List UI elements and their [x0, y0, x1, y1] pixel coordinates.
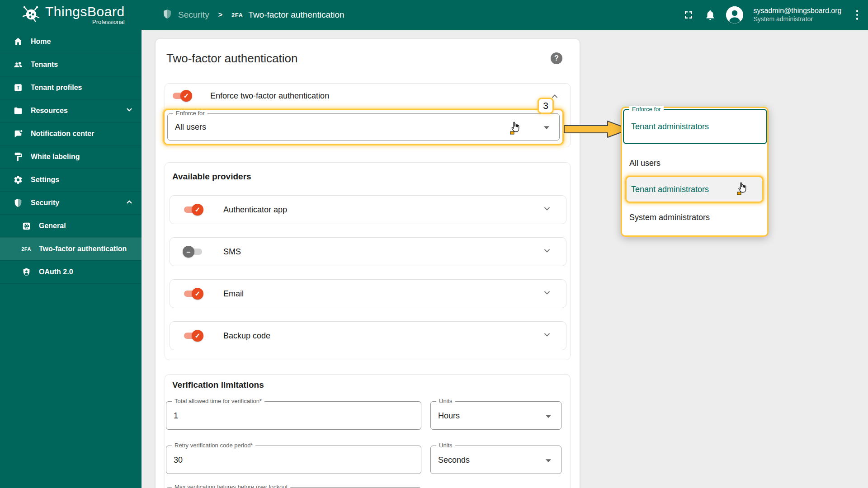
provider-label: Authenticator app	[223, 205, 287, 215]
svg-text:T: T	[17, 85, 20, 90]
expand-chevron-down-icon[interactable]	[542, 204, 552, 215]
paint-format-icon	[13, 151, 24, 162]
sidebar-item-tenant-profiles[interactable]: T Tenant profiles	[0, 76, 142, 99]
check-icon	[192, 204, 203, 216]
user-avatar[interactable]	[726, 6, 743, 23]
breadcrumb-current-page: Two-factor authentication	[248, 10, 344, 20]
shield-icon	[162, 9, 173, 21]
provider-label: Email	[223, 289, 244, 299]
logo-subtitle: Professional	[45, 19, 125, 25]
user-role: System administrator	[753, 15, 841, 23]
field-label: Total allowed time for verification*	[172, 398, 264, 404]
enforce-for-select[interactable]: Enforce for All users	[167, 113, 560, 141]
units-label: Units	[436, 398, 455, 404]
step-number-badge: 3	[538, 98, 554, 114]
total-time-units-select[interactable]: Units Hours	[430, 401, 561, 430]
dropdown-caret-icon	[544, 126, 549, 129]
breadcrumb-separator: >	[218, 11, 222, 19]
notification-center-icon	[13, 128, 24, 139]
2fa-icon: 2FA	[231, 12, 243, 19]
sidebar-item-notification-center[interactable]: Notification center	[0, 122, 142, 145]
enforce-2fa-toggle[interactable]	[171, 90, 192, 102]
overlay-field-value: Tenant administrators	[631, 122, 709, 131]
expand-chevron-down-icon[interactable]	[542, 246, 552, 257]
sidebar-item-settings[interactable]: Settings	[0, 168, 142, 191]
provider-row-sms: SMS	[170, 237, 566, 266]
units-value: Seconds	[438, 455, 470, 465]
top-header-bar: ThingsBoard Professional Security > 2FA …	[0, 0, 868, 30]
enforce-toggle-label: Enforce two-factor authentication	[210, 91, 329, 101]
annotation-highlight-box: Enforce for All users	[163, 109, 564, 145]
authenticator-app-toggle[interactable]	[183, 204, 203, 216]
more-options-kebab-icon[interactable]	[854, 8, 860, 22]
sidebar-item-label: White labeling	[31, 153, 80, 161]
chevron-up-icon[interactable]	[125, 198, 133, 208]
enforce-section: Enforce two-factor authentication Enforc…	[165, 83, 571, 147]
sidebar-item-label: Settings	[31, 176, 59, 184]
enforce-for-dropdown-overlay: Enforce for Tenant administrators All us…	[621, 107, 769, 237]
sidebar-item-label: OAuth 2.0	[39, 268, 73, 276]
overlay-enforce-for-select[interactable]: Enforce for Tenant administrators	[623, 109, 767, 144]
expand-chevron-down-icon[interactable]	[542, 330, 552, 341]
notifications-bell-icon[interactable]	[704, 9, 716, 21]
provider-row-authenticator-app: Authenticator app	[170, 195, 566, 224]
overlay-field-label: Enforce for	[629, 106, 664, 113]
folder-icon	[13, 105, 24, 116]
sidebar-item-security-general[interactable]: General	[0, 214, 142, 237]
field-value: 1	[174, 411, 178, 420]
sidebar-item-label: Tenant profiles	[31, 84, 82, 92]
provider-label: Backup code	[223, 331, 270, 341]
verification-heading: Verification limitations	[172, 380, 264, 390]
sidebar-item-label: General	[39, 222, 66, 230]
check-icon	[192, 330, 203, 342]
sidebar-item-resources[interactable]: Resources	[0, 99, 142, 122]
sidebar-item-label: Home	[31, 38, 51, 46]
gear-icon	[13, 174, 24, 185]
expand-chevron-down-icon[interactable]	[542, 288, 552, 299]
sidebar-item-white-labeling[interactable]: White labeling	[0, 145, 142, 168]
verification-section: Verification limitations Total allowed t…	[165, 374, 571, 488]
check-icon	[180, 90, 192, 102]
user-email: sysadmin@thingsboard.org	[753, 6, 841, 15]
sidebar-item-home[interactable]: Home	[0, 30, 142, 53]
retry-code-period-field[interactable]: Retry verification code period* 30	[166, 446, 421, 474]
two-factor-settings-card: Two-factor authentication ? Enforce two-…	[156, 39, 580, 488]
hand-cursor-icon	[737, 182, 749, 195]
option-system-administrators[interactable]: System administrators	[622, 206, 767, 228]
minus-icon	[183, 246, 194, 258]
main-content-area: Two-factor authentication ? Enforce two-…	[142, 30, 868, 488]
logo-title: ThingsBoard	[45, 4, 125, 19]
field-value: 30	[174, 455, 183, 465]
backup-code-toggle[interactable]	[183, 330, 203, 342]
email-toggle[interactable]	[183, 288, 203, 300]
provider-row-email: Email	[170, 279, 566, 308]
sidebar-item-tenants[interactable]: Tenants	[0, 53, 142, 76]
sidebar-nav: Home Tenants T Tenant profiles Resources	[0, 30, 142, 488]
breadcrumb: Security > 2FA Two-factor authentication	[162, 0, 344, 30]
sidebar-item-oauth[interactable]: OAuth 2.0	[0, 260, 142, 283]
option-all-users[interactable]: All users	[622, 152, 767, 174]
sidebar-item-label: Notification center	[31, 130, 94, 138]
sidebar-item-label: Two-factor authentication	[39, 245, 127, 253]
sidebar-item-two-factor-authentication[interactable]: 2FA Two-factor authentication	[0, 237, 142, 260]
units-label: Units	[436, 442, 455, 449]
sidebar-item-label: Resources	[31, 107, 68, 115]
total-allowed-time-field[interactable]: Total allowed time for verification* 1	[166, 401, 421, 430]
hand-cursor-icon	[510, 121, 522, 135]
oauth-account-icon	[21, 267, 32, 277]
help-icon[interactable]: ?	[551, 52, 562, 64]
enforce-for-label: Enforce for	[173, 110, 208, 117]
retry-period-units-select[interactable]: Units Seconds	[430, 446, 561, 474]
breadcrumb-security-link[interactable]: Security	[178, 10, 209, 20]
chevron-down-icon[interactable]	[125, 106, 133, 116]
fullscreen-icon[interactable]	[683, 9, 694, 21]
sidebar-item-security[interactable]: Security	[0, 191, 142, 214]
shield-icon	[13, 197, 24, 208]
field-label: Retry verification code period*	[172, 442, 255, 449]
thingsboard-logo[interactable]: ThingsBoard Professional	[21, 4, 125, 25]
sms-toggle[interactable]	[183, 246, 203, 258]
enforce-for-value: All users	[175, 122, 206, 132]
check-icon	[192, 288, 203, 300]
gear-badge-icon	[21, 221, 32, 231]
page-title: Two-factor authentication	[166, 52, 298, 66]
